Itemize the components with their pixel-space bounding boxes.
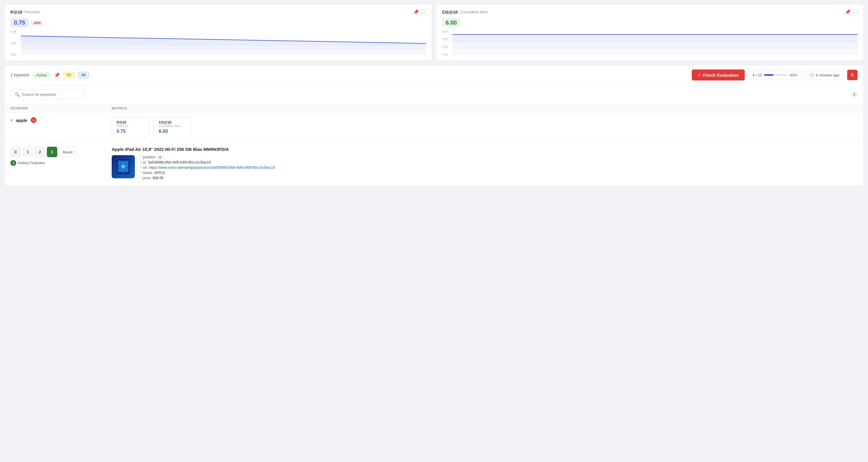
search-section: 🔍 1 — [5, 85, 863, 104]
precision-change: ↓25% — [30, 21, 43, 25]
url-key: url: — [143, 166, 148, 170]
progress-indicator: 4 / 10 40% — [748, 70, 802, 80]
cumulative-label-3: 2.00 — [442, 46, 452, 49]
cumulative-chart-plot — [453, 30, 858, 56]
precision-label-bot: 0.00 — [10, 53, 20, 56]
rating-btn-3[interactable]: 3 — [47, 147, 57, 157]
keyword-count: 1 keyword — [10, 73, 29, 77]
progress-bar-fill — [764, 74, 773, 76]
metric-card-precision-name: Precision — [117, 124, 144, 128]
rating-btn-1[interactable]: 1 — [23, 147, 33, 157]
cumulative-chart-title: CG@10 Cumulative Gain — [442, 9, 488, 15]
precision-expand-icon[interactable]: ⛶ — [421, 9, 426, 15]
product-url-link[interactable]: https://www.metro.de/marktplatz/product/… — [149, 166, 275, 170]
cumulative-metric-code: CG@10 — [442, 9, 458, 15]
rating-btn-2-label: 2 — [39, 150, 41, 154]
finish-evaluation-button[interactable]: ✓ Finish Evaluation — [692, 69, 745, 81]
table-header: KEYWORD METRICS — [5, 104, 863, 113]
metric-card-cumulative-code: CG@10 — [159, 120, 187, 124]
product-price-value: 808.59 — [153, 176, 163, 180]
precision-pin-icon[interactable]: 📌 — [413, 9, 419, 15]
cumulative-chart-labels: 6.00 4.00 2.00 0.00 — [442, 30, 452, 56]
search-input[interactable] — [22, 92, 81, 97]
finish-label: Finish Evaluation — [703, 73, 739, 78]
position-value: 1 — [157, 155, 163, 159]
progress-pct: 40% — [789, 73, 797, 77]
ratings-product-row: 0 1 2 3 Reset 3 Andrey Fedyukov Apple iP… — [5, 142, 863, 186]
cumulative-value: 6.00 — [442, 18, 460, 27]
cumulative-chart-icons: 📌 ⛶ — [845, 9, 858, 15]
precision-chart-plot — [21, 30, 426, 56]
price-key: price: — [143, 176, 151, 180]
keyword-row: ▾ apple 6 P@10 Precision 0.75 CG@10 Cumu… — [5, 113, 863, 142]
lang-badge[interactable]: DE — [63, 72, 75, 78]
charts-row: P@10 Precision 📌 ⛶ 0.75 ↓25% 1.00 0.50 0… — [5, 5, 863, 61]
rating-buttons: 0 1 2 3 Reset — [10, 147, 100, 157]
rating-btn-2[interactable]: 2 — [35, 147, 45, 157]
precision-chart-labels: 1.00 0.50 0.00 — [10, 30, 20, 56]
keyword-name: apple — [16, 118, 27, 123]
cumulative-label-1: 6.00 — [442, 30, 452, 33]
precision-label-mid: 0.50 — [10, 42, 20, 45]
precision-value: 0.75 — [10, 18, 29, 27]
precision-label-top: 1.00 — [10, 30, 20, 33]
precision-chart-header: P@10 Precision 📌 ⛶ — [10, 9, 426, 15]
rating-btn-0-label: 0 — [14, 150, 17, 154]
position-key: position: — [143, 155, 156, 159]
reset-button[interactable]: Reset — [59, 147, 76, 157]
pause-button[interactable]: ⏸ — [847, 70, 858, 80]
metric-card-cumulative-name: Cumulative Gain — [159, 124, 187, 128]
svg-marker-8 — [453, 34, 858, 55]
metric-card-precision-value: 0.75 — [117, 129, 144, 134]
cumulative-metric-badge: 6.00 — [442, 18, 460, 27]
reviewer-name: Andrey Fedyukov — [18, 161, 45, 165]
clock-icon: 🕐 — [809, 73, 814, 77]
brand-key: brand: — [143, 171, 153, 175]
reviewer-info: 3 Andrey Fedyukov — [10, 160, 100, 166]
finish-check-icon: ✓ — [698, 73, 701, 78]
metric-card-cumulative: CG@10 Cumulative Gain 6.00 — [154, 117, 191, 137]
precision-metric-badge: 0.75 ↓25% — [10, 18, 43, 27]
reviewer-badge: 3 — [10, 160, 16, 166]
toolbar: 1 keyword Active 📌 DE All ✓ Finish Evalu… — [5, 65, 863, 85]
metrics-row: P@10 Precision 0.75 CG@10 Cumulative Gai… — [112, 117, 191, 137]
cumulative-metric-name: Cumulative Gain — [460, 10, 488, 14]
product-section: Apple iPad Air 10,9" 2022 Wi-Fi 256 GB B… — [106, 142, 863, 186]
all-badge[interactable]: All — [78, 72, 89, 78]
metric-card-precision: P@10 Precision 0.75 — [112, 117, 149, 137]
precision-metric-code: P@10 — [10, 9, 22, 15]
id-key: id: — [143, 161, 147, 165]
rating-btn-3-label: 3 — [51, 150, 53, 154]
toolbar-left: 1 keyword Active 📌 DE All — [10, 72, 89, 79]
keyword-doc-count: 6 — [31, 117, 36, 123]
product-id-item: id: 3a639488-bf5d-4ef5-b45f-90cc1e28ac19 — [141, 161, 858, 165]
keyword-left: ▾ apple 6 — [10, 117, 112, 123]
precision-metric-name: Precision — [25, 10, 40, 14]
product-image — [112, 155, 135, 178]
col-keyword-header: KEYWORD — [10, 107, 112, 110]
chevron-down-icon[interactable]: ▾ — [10, 118, 12, 122]
cumulative-label-4: 0.00 — [442, 53, 452, 56]
progress-text: 4 / 10 — [752, 73, 762, 77]
metric-card-cumulative-value: 6.00 — [159, 129, 187, 134]
precision-chart-svg — [21, 30, 426, 56]
toolbar-pin-icon[interactable]: 📌 — [54, 73, 60, 78]
cumulative-pin-icon[interactable]: 📌 — [845, 9, 850, 15]
ratings-section: 0 1 2 3 Reset 3 Andrey Fedyukov — [5, 142, 106, 186]
product-brand-value: APPLE — [154, 171, 165, 175]
product-price-item: price: 808.59 — [141, 176, 858, 180]
time-label: 6 minutes ago — [816, 73, 839, 77]
precision-chart-card: P@10 Precision 📌 ⛶ 0.75 ↓25% 1.00 0.50 0… — [5, 5, 432, 61]
metric-card-precision-code: P@10 — [117, 120, 144, 124]
cumulative-chart-area: 6.00 4.00 2.00 0.00 — [442, 30, 858, 56]
cumulative-expand-icon[interactable]: ⛶ — [853, 9, 858, 15]
product-image-svg — [115, 158, 132, 175]
search-box[interactable]: 🔍 — [10, 89, 86, 99]
search-icon: 🔍 — [15, 92, 20, 97]
rating-btn-0[interactable]: 0 — [10, 147, 21, 157]
main-card: 1 keyword Active 📌 DE All ✓ Finish Evalu… — [5, 65, 863, 186]
active-badge: Active — [32, 72, 51, 79]
time-indicator: 🕐 6 minutes ago — [805, 70, 844, 80]
cumulative-chart-header: CG@10 Cumulative Gain 📌 ⛶ — [442, 9, 858, 15]
product-position-item: position: 1 — [141, 155, 858, 159]
